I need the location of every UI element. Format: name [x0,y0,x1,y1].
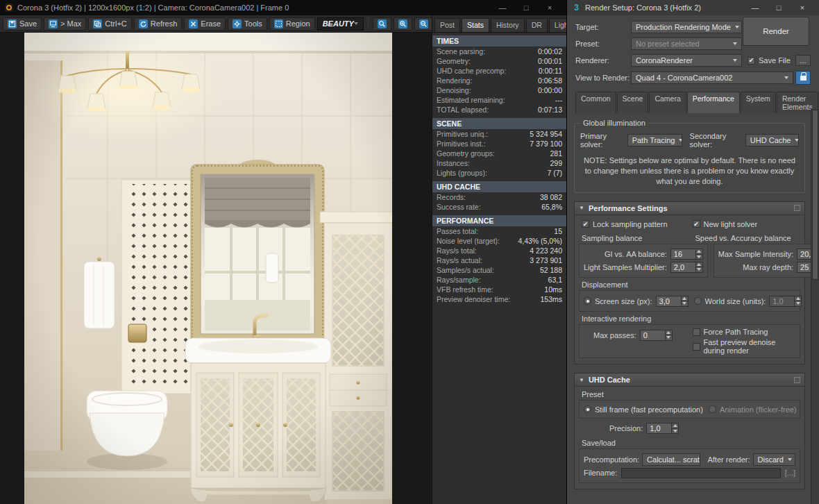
light-samples-multiplier-spinner[interactable]: 2,0 [670,262,703,273]
stats-value: 4 223 240 [530,246,562,255]
render-button-large[interactable]: Render [743,17,809,46]
precomputation-label: Precomputation: [584,455,639,464]
framebuffer-area[interactable] [0,33,432,504]
scrollbar-thumb[interactable] [812,110,818,280]
monitor-icon [49,19,58,28]
stats-value: 3 273 901 [530,256,562,264]
stats-label: Samples/s actual: [437,266,494,274]
uhd-cache-header[interactable]: ▼ UHD Cache [575,373,804,387]
preset-value: No preset selected [636,40,700,48]
erase-label: Erase [201,19,221,28]
maximize-button[interactable]: □ [767,0,791,15]
3dsmax-app-icon: 3 [572,3,581,12]
channel-select[interactable]: BEAUTY [317,17,364,31]
primary-solver-label: Primary solver: [580,132,624,149]
after-render-dropdown[interactable]: Discard [753,453,795,466]
checkbox-icon [693,220,700,228]
gi-aa-balance-label: GI vs. AA balance: [605,250,667,258]
performance-settings-header[interactable]: ▼ Performance Settings [575,202,804,215]
maximize-button[interactable]: □ [514,0,538,15]
save-button[interactable]: Save [3,17,42,31]
precomputation-dropdown[interactable]: Calculat... scratch [642,453,700,466]
sampling-balance-title: Sampling balance [579,231,687,244]
tab-stats[interactable]: Stats [462,18,489,32]
zoom-fit-button[interactable] [373,17,391,31]
tab-system[interactable]: System [741,92,776,113]
stats-row: VFB refresh time:10ms [432,285,566,294]
to-max-button[interactable]: > Max [44,17,86,31]
save-file-browse-button[interactable]: ... [795,55,811,66]
tab-common[interactable]: Common [575,92,616,113]
tab-performance[interactable]: Performance [687,92,740,113]
rollout-title: UHD Cache [589,376,630,384]
toolbar-separator [368,19,369,29]
primary-solver-dropdown[interactable]: Path Tracing [627,134,682,146]
max-passes-spinner[interactable]: 0 [640,330,673,341]
spinner-arrows[interactable] [695,262,703,273]
stats-row: Noise level (target):4,43% (5,0%) [432,236,566,246]
stats-section-header: SCENE [432,118,566,129]
force-path-tracing-checkbox[interactable]: Force Path Tracing [693,328,796,336]
tab-post[interactable]: Post [434,18,460,32]
region-button[interactable]: Region [269,17,315,31]
spinner-arrows[interactable] [665,330,673,341]
precision-spinner[interactable]: 1,0 [646,423,679,434]
save-file-checkbox[interactable]: Save File [748,56,791,65]
spinner-value: 2,0 [670,262,695,273]
stats-value: 0:00:02 [538,47,562,56]
lock-view-button[interactable] [795,71,811,85]
rollout-pin-icon [794,205,800,211]
new-light-solver-checkbox[interactable]: New light solver [693,220,798,228]
render-setup-titlebar[interactable]: 3 Render Setup: Corona 3 (Hotfix 2) — □ … [567,0,819,15]
world-size-radio[interactable] [694,297,702,305]
tab-scene[interactable]: Scene [617,92,649,113]
spinner-arrows[interactable] [671,423,679,434]
target-dropdown[interactable]: Production Rendering Mode [631,21,742,33]
preset-label: Preset: [575,40,631,48]
still-frame-radio[interactable] [584,405,591,413]
gi-aa-balance-spinner[interactable]: 16 [670,249,703,260]
zoom-in-button[interactable] [394,17,412,31]
render-setup-title: Render Setup: Corona 3 (Hotfix 2) [585,3,701,12]
spinner-arrows[interactable] [794,296,802,307]
erase-button[interactable]: Erase [184,17,226,31]
fast-preview-denoise-checkbox[interactable]: Fast preview denoise during render [693,338,796,355]
tab-history[interactable]: History [491,18,525,32]
region-label: Region [286,19,310,28]
stats-value: 0:00:11 [539,67,562,75]
stats-section-header: TIMES [432,35,566,47]
lock-sampling-pattern-checkbox[interactable]: Lock sampling pattern [582,220,687,228]
animation-radio[interactable] [709,405,716,413]
world-size-spinner[interactable]: 1,0 [769,296,802,307]
stats-row: Estimated remaining:--- [432,95,566,105]
zoom-out-button[interactable] [414,17,433,31]
secondary-solver-dropdown[interactable]: UHD Cache [745,134,799,146]
stats-row: Preview denoiser time:153ms [432,294,566,304]
screen-size-spinner[interactable]: 3,0 [656,296,689,307]
vfb-titlebar[interactable]: Corona 3 (Hotfix 2) | 1200x1600px (1:2) … [0,0,566,15]
stats-value: 0:07:13 [538,106,562,114]
spinner-arrows[interactable] [681,296,689,307]
renderer-dropdown[interactable]: CoronaRenderer [631,54,742,67]
tab-dr[interactable]: DR [526,18,548,32]
minimize-button[interactable]: — [743,0,767,15]
refresh-button[interactable]: Refresh [134,17,183,31]
chevron-down-icon [795,139,799,142]
minimize-button[interactable]: — [491,0,514,15]
filename-browse-button[interactable]: [...] [785,469,795,477]
scrollbar[interactable] [811,108,819,504]
screen-size-radio[interactable] [584,297,591,305]
filename-input[interactable] [621,468,780,478]
stats-label: Geometry groups: [437,149,495,158]
preset-section-title: Preset [579,390,800,400]
stats-value: 15 [554,227,562,235]
close-button[interactable]: × [791,0,814,15]
preset-dropdown[interactable]: No preset selected [631,37,742,50]
tab-camera[interactable]: Camera [649,92,686,113]
tools-button[interactable]: Tools [228,17,267,31]
spinner-arrows[interactable] [695,249,703,260]
stats-section-header: UHD CACHE [432,181,566,192]
close-button[interactable]: × [538,0,562,15]
copy-button[interactable]: Ctrl+C [88,17,131,31]
view-to-render-dropdown[interactable]: Quad 4 - CoronaCamera002 [631,72,793,84]
